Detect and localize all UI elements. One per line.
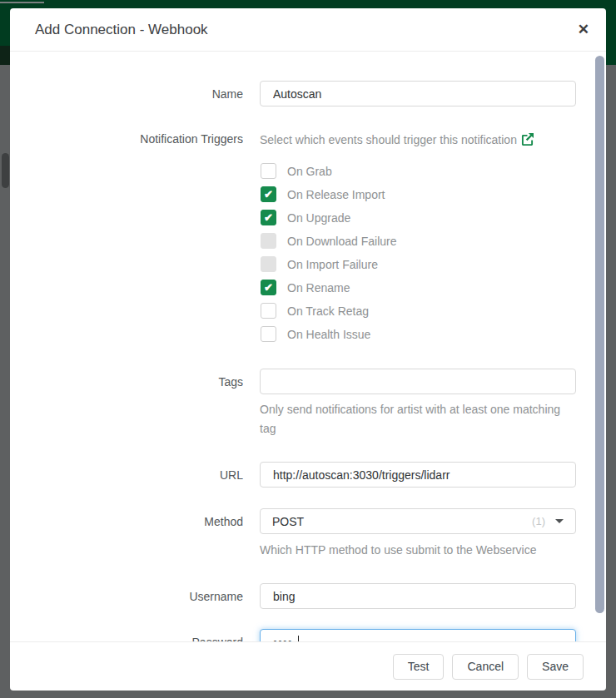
trigger-label: On Import Failure — [287, 258, 378, 271]
method-label: Method — [10, 508, 243, 560]
trigger-row: ✔ On Track Retag — [261, 303, 576, 319]
tags-row: Tags Only send notifications for artist … — [10, 369, 606, 438]
password-row: Password — [10, 629, 606, 641]
name-label: Name — [10, 81, 243, 106]
tags-label: Tags — [10, 369, 243, 438]
background-sidebar-corner — [0, 46, 10, 65]
trigger-row: ✔ On Download Failure — [261, 233, 576, 249]
username-row: Username — [10, 583, 606, 609]
method-select[interactable]: POST (1) — [260, 508, 576, 534]
trigger-label: On Upgrade — [287, 211, 350, 225]
trigger-checkbox[interactable]: ✔ — [261, 280, 276, 295]
modal-title: Add Connection - Webhook — [10, 22, 208, 38]
trigger-row: ✔ On Import Failure — [261, 256, 576, 272]
password-input[interactable] — [260, 629, 576, 641]
close-icon[interactable]: ✕ — [575, 21, 592, 39]
triggers-label: Notification Triggers — [10, 131, 243, 150]
text-cursor — [298, 636, 299, 641]
check-icon: ✔ — [264, 189, 273, 200]
trigger-checkbox[interactable]: ✔ — [261, 326, 276, 342]
url-row: URL — [10, 462, 606, 488]
triggers-helper: Select which events should trigger this … — [260, 133, 517, 146]
trigger-label: On Track Retag — [287, 304, 369, 318]
chevron-down-icon — [555, 519, 564, 523]
test-button[interactable]: Test — [393, 654, 445, 680]
triggers-row: Notification Triggers Select which event… — [10, 131, 606, 150]
modal-footer: Test Cancel Save — [10, 641, 606, 691]
trigger-row: ✔ On Health Issue — [261, 326, 576, 342]
tags-input[interactable] — [260, 369, 576, 394]
name-input[interactable] — [260, 81, 576, 106]
modal-scrollbar[interactable] — [595, 56, 604, 613]
method-helper: Which HTTP method to use submit to the W… — [260, 541, 576, 560]
background-scrollbar-thumb — [2, 153, 9, 188]
triggers-list-row: ✔ On Grab ✔ On Release Import ✔ On Upgra… — [10, 150, 606, 349]
save-button[interactable]: Save — [527, 654, 584, 680]
modal-header: Add Connection - Webhook ✕ — [10, 8, 606, 52]
trigger-label: On Grab — [287, 165, 332, 178]
method-count-badge: (1) — [532, 515, 545, 527]
method-row: Method POST (1) Which HTTP method to use… — [10, 508, 606, 560]
trigger-label: On Rename — [287, 281, 350, 295]
trigger-row: ✔ On Release Import — [261, 186, 576, 202]
modal-body: Name Notification Triggers Select which … — [10, 52, 606, 641]
password-label: Password — [10, 629, 243, 641]
check-icon: ✔ — [264, 282, 273, 293]
trigger-checkbox[interactable]: ✔ — [261, 163, 276, 179]
method-value: POST — [272, 515, 532, 528]
check-icon: ✔ — [264, 212, 273, 223]
url-input[interactable] — [260, 462, 576, 488]
trigger-checkbox[interactable]: ✔ — [261, 303, 276, 319]
username-label: Username — [10, 583, 243, 609]
tags-helper: Only send notifications for artist with … — [260, 400, 576, 438]
trigger-label: On Release Import — [287, 188, 385, 201]
cancel-button[interactable]: Cancel — [452, 654, 519, 680]
add-connection-modal: Add Connection - Webhook ✕ Name Notifica… — [10, 8, 606, 691]
external-link-icon[interactable] — [521, 133, 534, 149]
trigger-checkbox[interactable]: ✔ — [261, 210, 276, 225]
trigger-label: On Download Failure — [287, 235, 397, 248]
background-progress-line — [0, 2, 44, 3]
name-row: Name — [10, 81, 606, 106]
trigger-row: ✔ On Rename — [261, 280, 576, 295]
trigger-row: ✔ On Grab — [261, 163, 576, 179]
trigger-row: ✔ On Upgrade — [261, 210, 576, 225]
trigger-checkbox[interactable]: ✔ — [261, 186, 276, 202]
trigger-label: On Health Issue — [287, 328, 370, 341]
trigger-checkbox[interactable]: ✔ — [261, 256, 276, 272]
trigger-checkbox[interactable]: ✔ — [261, 233, 276, 249]
username-input[interactable] — [260, 583, 576, 609]
triggers-list: ✔ On Grab ✔ On Release Import ✔ On Upgra… — [260, 163, 576, 349]
url-label: URL — [10, 462, 243, 488]
